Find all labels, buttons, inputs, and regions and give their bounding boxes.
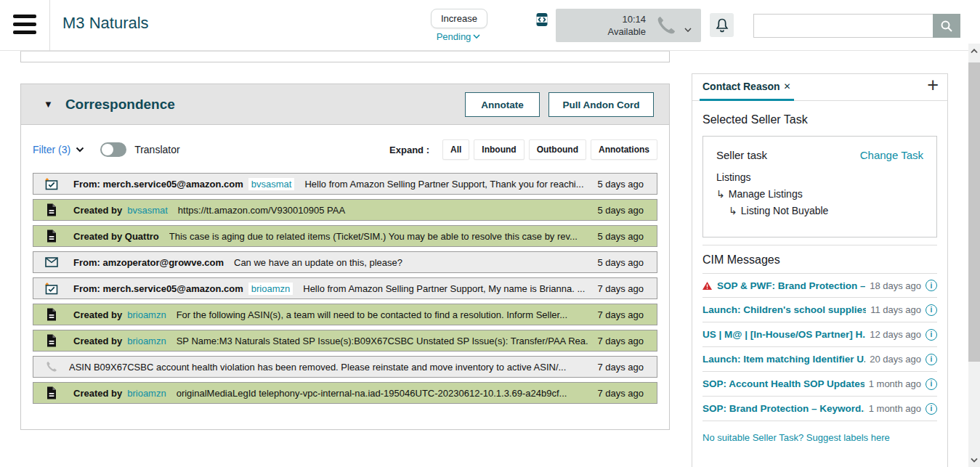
cim-message-row: Launch: Item matching Identifier U...20 … xyxy=(702,347,937,372)
cim-message-link[interactable]: SOP: Account Health SOP Updates xyxy=(702,378,864,389)
agent-login-link[interactable]: brioamzn xyxy=(127,309,166,320)
agent-login-link[interactable]: bvsasmat xyxy=(248,178,295,190)
correspondence-body: Filter (3) Translator Expand : AllInboun… xyxy=(21,125,669,404)
correspondence-row[interactable]: Created bybvsasmathttps://tt.amazon.com/… xyxy=(33,199,657,221)
seller-task-path: Listings↳Manage Listings↳Listing Not Buy… xyxy=(716,171,923,216)
change-task-link[interactable]: Change Task xyxy=(860,149,923,161)
email-flagged-icon xyxy=(44,178,59,190)
correspondence-row[interactable]: Created by QuattroThis case is aging due… xyxy=(33,225,657,247)
queue-status-dropdown[interactable]: Pending xyxy=(437,31,481,42)
document-icon xyxy=(44,203,59,216)
scrollbar-thumb[interactable] xyxy=(968,62,980,362)
agent-login-link[interactable]: brioamzn xyxy=(127,388,166,399)
expand-group: Expand : AllInboundOutboundAnnotations xyxy=(389,139,657,160)
expand-buttons: AllInboundOutboundAnnotations xyxy=(438,139,657,160)
correspondence-row[interactable]: Created bybrioamznoriginalMediaLegId tel… xyxy=(33,382,657,404)
cim-message-link[interactable]: Launch: Item matching Identifier U... xyxy=(702,354,865,365)
task-path-label: Listings xyxy=(716,171,750,183)
correspondence-row[interactable]: From: merch.service05@amazon.combvsasmat… xyxy=(33,173,657,195)
annotate-button[interactable]: Annotate xyxy=(465,92,540,117)
correspondence-row[interactable]: From: merch.service05@amazon.combrioamzn… xyxy=(33,277,657,299)
cim-message-row: US | M@ | [In-House/OS Partner] H...12 d… xyxy=(702,322,937,347)
message-timestamp: 5 days ago xyxy=(597,257,657,268)
message-preview: SP Name:M3 Naturals Stated SP Issue(s):B… xyxy=(177,336,589,346)
message-preview: ASIN B09X67CSBC account health violation… xyxy=(69,362,588,373)
expand-outbound-button[interactable]: Outbound xyxy=(529,139,586,160)
correspondence-header: ▼ Correspondence Annotate Pull Andon Cor… xyxy=(21,84,669,125)
pull-andon-cord-button[interactable]: Pull Andon Cord xyxy=(548,92,654,117)
scroll-down-icon[interactable] xyxy=(968,454,980,466)
task-path-level-2: ↳Listing Not Buyable xyxy=(716,205,923,216)
cim-message-age: 20 days ago xyxy=(870,354,921,365)
message-preview: Hello from Amazon Selling Partner Suppor… xyxy=(303,283,588,294)
agent-login-link[interactable]: bvsasmat xyxy=(127,205,168,216)
message-sender: Created by xyxy=(73,336,122,346)
filter-chevron-icon[interactable] xyxy=(76,147,84,153)
close-tab-icon[interactable]: ✕ xyxy=(784,81,791,92)
correspondence-row[interactable]: Created bybrioamznFor the following ASIN… xyxy=(33,304,657,325)
chevron-down-icon xyxy=(473,34,480,39)
message-preview: Can we have an update on this, please? xyxy=(234,257,588,268)
translator-toggle[interactable] xyxy=(100,142,126,157)
agent-status-widget[interactable]: 10:14 Available xyxy=(556,9,701,42)
add-tab-button[interactable]: + xyxy=(927,76,939,95)
cim-message-link[interactable]: Launch: Children's school supplies ... xyxy=(702,304,866,315)
task-path-label: Manage Listings xyxy=(729,188,803,200)
info-icon[interactable]: i xyxy=(926,280,937,291)
suggest-labels-link[interactable]: No suitable Seller Task? Suggest labels … xyxy=(702,432,937,443)
cim-message-link[interactable]: SOP & PWF: Brand Protection – ... xyxy=(717,280,865,291)
info-icon[interactable]: i xyxy=(926,329,937,341)
hamburger-menu-icon[interactable] xyxy=(13,15,38,34)
phone-transfer-glyph xyxy=(535,12,549,27)
correspondence-row[interactable]: Created bybrioamznSP Name:M3 Naturals St… xyxy=(33,330,657,352)
document-icon xyxy=(44,334,59,347)
search-input[interactable] xyxy=(753,14,933,38)
cim-message-row: SOP: Brand Protection – Keyword...1 mont… xyxy=(702,397,937,421)
cim-message-row: Launch: Children's school supplies ...11… xyxy=(702,298,937,322)
info-icon[interactable]: i xyxy=(926,403,937,415)
page: M3 Naturals Increase Pending 10:14 Avail… xyxy=(0,0,980,467)
cim-message-list: SOP & PWF: Brand Protection – ...18 days… xyxy=(702,273,937,421)
sidebar-content: Selected Seller Task Seller task Change … xyxy=(692,113,947,443)
tab-contact-reason[interactable]: Contact Reason ✕ xyxy=(700,74,794,101)
notifications-button[interactable] xyxy=(710,13,734,37)
info-icon[interactable]: i xyxy=(926,354,937,365)
page-scrollbar[interactable] xyxy=(968,44,980,467)
expand-annotations-button[interactable]: Annotations xyxy=(591,139,657,160)
message-preview: https://tt.amazon.com/V930010905 PAA xyxy=(178,205,589,216)
phone-transfer-icon[interactable] xyxy=(535,12,549,30)
increase-widget: Increase Pending xyxy=(431,9,486,43)
scroll-up-icon[interactable] xyxy=(968,45,980,57)
cim-message-link[interactable]: US | M@ | [In-House/OS Partner] H... xyxy=(702,329,865,340)
message-preview: Hello from Amazon Selling Partner Suppor… xyxy=(304,179,588,190)
cim-messages-title: CIM Messages xyxy=(702,253,937,267)
agent-login-link[interactable]: brioamzn xyxy=(127,336,166,346)
correspondence-row[interactable]: ASIN B09X67CSBC account health violation… xyxy=(33,356,657,378)
correspondence-row[interactable]: From: amzoperator@growve.comCan we have … xyxy=(33,251,657,273)
task-path-level-0: Listings xyxy=(716,171,923,183)
message-timestamp: 7 days ago xyxy=(597,388,657,399)
alert-triangle-icon xyxy=(702,282,712,290)
expand-inbound-button[interactable]: Inbound xyxy=(474,139,524,160)
agent-login-link[interactable]: brioamzn xyxy=(248,283,293,295)
collapse-caret-icon[interactable]: ▼ xyxy=(44,100,53,109)
bell-icon xyxy=(715,17,729,33)
status-label: Available xyxy=(607,25,646,38)
cim-message-row: SOP: Account Health SOP Updates1 month a… xyxy=(702,372,937,397)
collapsed-section-edge xyxy=(20,51,670,62)
topbar-divider xyxy=(49,0,50,51)
task-path-level-1: ↳Manage Listings xyxy=(716,188,923,200)
message-sender: From: merch.service05@amazon.com xyxy=(73,283,243,294)
expand-all-button[interactable]: All xyxy=(442,139,469,160)
cim-message-link[interactable]: SOP: Brand Protection – Keyword... xyxy=(702,403,864,414)
info-icon[interactable]: i xyxy=(926,378,937,390)
message-timestamp: 5 days ago xyxy=(597,231,657,242)
filter-link[interactable]: Filter (3) xyxy=(33,144,70,155)
info-icon[interactable]: i xyxy=(926,304,937,316)
seller-task-head: Seller task Change Task xyxy=(716,149,923,161)
cim-message-age: 11 days ago xyxy=(870,304,921,315)
tree-arrow-icon: ↳ xyxy=(716,188,725,200)
search-button[interactable] xyxy=(933,14,960,38)
message-sender: From: amzoperator@growve.com xyxy=(73,257,224,268)
increase-button[interactable]: Increase xyxy=(431,9,487,28)
